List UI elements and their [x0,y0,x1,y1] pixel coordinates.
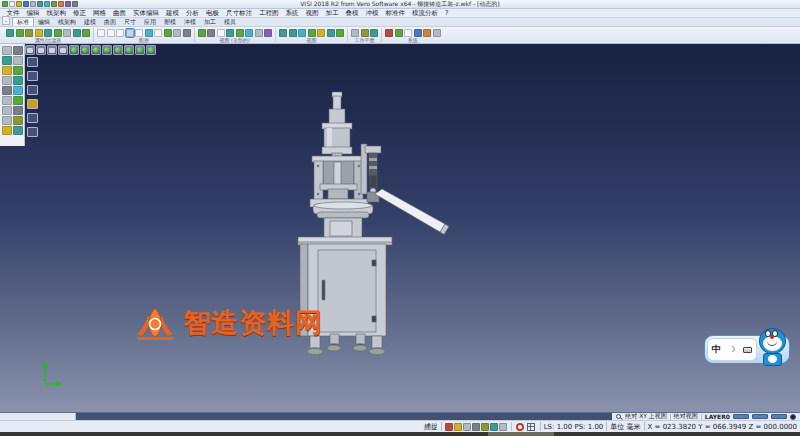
export-icon[interactable] [44,1,50,7]
wireframe-mode-icon[interactable] [36,45,46,55]
ghost-mode-icon[interactable] [58,45,68,55]
layer-manager-icon[interactable] [183,29,191,37]
point-snap-icon[interactable] [2,66,12,75]
snap-toggle-icon[interactable] [499,423,507,431]
ortho-tool-icon[interactable] [13,106,23,115]
info-icon[interactable] [404,29,412,37]
menu-item-system[interactable]: 系统 [282,9,302,17]
ime-keyboard-icon[interactable] [743,347,752,353]
snap-toggle-icon[interactable] [445,423,453,431]
current-layer-indicator[interactable]: LAYER0 [705,413,730,420]
right-view-icon[interactable] [124,45,134,55]
tab-edit[interactable]: 编辑 [34,18,54,26]
open-file-icon[interactable] [16,1,22,7]
layer-all-on-icon[interactable] [164,29,172,37]
perpendicular-snap-icon[interactable] [13,116,23,125]
layer-isolate-icon[interactable] [135,29,143,37]
layer-move-icon[interactable] [145,29,153,37]
tab-dimension[interactable]: 尺寸 [120,18,140,26]
menu-item-drawing[interactable]: 工程图 [256,9,283,17]
tab-standard[interactable]: 标准 [12,17,34,26]
menu-item-mould[interactable]: 叠模 [342,9,362,17]
quadrant-snap-icon[interactable] [2,116,12,125]
midpoint-snap-icon[interactable] [13,66,23,75]
layer-current-icon[interactable] [126,29,134,37]
menu-item-analysis[interactable]: 分析 [183,9,203,17]
layer-new-icon[interactable] [97,29,105,37]
entity-filter-icon[interactable] [54,29,62,37]
measure-tool-icon[interactable] [2,96,12,105]
linetype-icon[interactable] [25,29,33,37]
snap-toggle-icon[interactable] [472,423,480,431]
menu-item-mesh[interactable]: 网格 [90,9,110,17]
hidden-mode-icon[interactable] [47,45,57,55]
layer-quick-button-1[interactable] [733,414,749,419]
selection-mode-active-icon[interactable] [27,99,38,109]
selection-mode-icon[interactable] [27,113,38,123]
pan-icon[interactable] [298,29,306,37]
filter-icon[interactable] [35,29,43,37]
menu-item-help[interactable]: ? [442,9,452,17]
box-select-icon[interactable] [2,56,12,65]
grid-icon[interactable] [527,423,535,431]
tab-modeling[interactable]: 建模 [80,18,100,26]
system-settings-icon[interactable] [385,29,393,37]
menu-item-modify[interactable]: 修正 [70,9,90,17]
search-icon[interactable] [616,414,622,420]
menu-item-progress[interactable]: 冲模 [362,9,382,17]
dynamic-view-icon[interactable] [327,29,335,37]
tab-die[interactable]: 冲模 [180,18,200,26]
snap-toggle-icon[interactable] [454,423,462,431]
hidden-line-icon[interactable] [217,29,225,37]
endpoint-snap-icon[interactable] [2,76,12,85]
layer-copy-icon[interactable] [154,29,162,37]
tab-surface[interactable]: 曲面 [100,18,120,26]
zoom-all-icon[interactable] [279,29,287,37]
redo-icon[interactable] [58,1,64,7]
record-icon[interactable] [516,423,524,431]
selection-mode-icon[interactable] [27,127,38,137]
reference-tool-icon[interactable] [2,126,12,135]
layer-quick-button-3[interactable] [771,414,787,419]
shade-mode-icon[interactable] [25,45,35,55]
snap-toggle-icon[interactable] [481,423,489,431]
snap-toggle-icon[interactable] [463,423,471,431]
menu-item-surface[interactable]: 曲面 [110,9,130,17]
new-file-icon[interactable] [9,1,15,7]
options-icon[interactable] [433,29,441,37]
tab-machining[interactable]: 加工 [200,18,220,26]
deselect-tool-icon[interactable] [13,46,23,55]
section-view-icon[interactable] [245,29,253,37]
taskbar-button-segment[interactable] [488,432,554,436]
rotate-view-icon[interactable] [308,29,316,37]
menu-item-solid-edit[interactable]: 实体编辑 [130,9,163,17]
back-view-icon[interactable] [102,45,112,55]
menu-item-standard-parts[interactable]: 标准件 [382,9,409,17]
menu-item-machining[interactable]: 加工 [322,9,342,17]
wireframe-view-icon[interactable] [207,29,215,37]
layer-lock-icon[interactable] [173,29,181,37]
tab-mould[interactable]: 塑模 [160,18,180,26]
iso-view-icon[interactable] [336,29,344,37]
ime-language-button[interactable]: 中 [712,343,721,356]
quick-select-icon[interactable] [73,29,81,37]
front-view-icon[interactable] [91,45,101,55]
database-icon[interactable] [414,29,422,37]
attribute-icon[interactable] [6,29,14,37]
shaded-view-icon[interactable] [198,29,206,37]
menu-item-dimension[interactable]: 尺寸标注 [223,9,256,17]
workplane-align-icon[interactable] [361,29,369,37]
qat-dropdown-icon[interactable] [72,1,78,7]
previous-view-icon[interactable] [317,29,325,37]
grid-snap-icon[interactable] [2,106,12,115]
top-view-icon[interactable] [69,45,79,55]
workplane-reset-icon[interactable] [370,29,378,37]
render-icon[interactable] [236,29,244,37]
coordinate-tool-icon[interactable] [13,126,23,135]
mask-icon[interactable] [63,29,71,37]
undo-icon[interactable] [51,1,57,7]
ime-fullwidth-icon[interactable]: ☽ [728,345,735,354]
snap-toggle-icon[interactable] [490,423,498,431]
zoom-window-icon[interactable] [289,29,297,37]
layer-quick-button-2[interactable] [752,414,768,419]
